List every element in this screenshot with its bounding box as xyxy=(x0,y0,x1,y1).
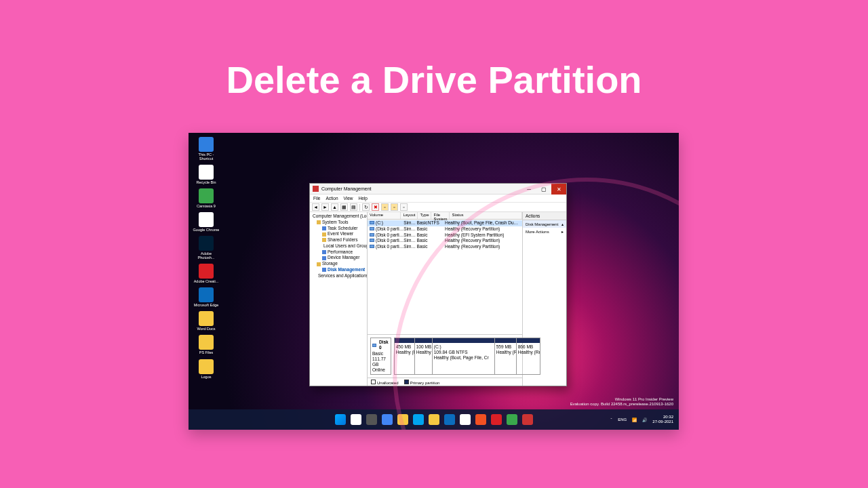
column-header[interactable]: Type xyxy=(418,212,431,219)
menubar: File Action View Help xyxy=(310,195,566,203)
disk-type: Basic xyxy=(372,351,389,357)
partition[interactable]: (C:)109.84 GB NTFSHealthy (Boot, Page Fi… xyxy=(433,338,495,374)
menu-action[interactable]: Action xyxy=(326,196,338,201)
tree-item[interactable]: Event Viewer xyxy=(311,231,366,237)
tree-item[interactable]: System Tools xyxy=(311,220,366,226)
desktop-icon[interactable]: Camtasia 9 xyxy=(193,188,220,208)
volume-row[interactable]: (C:)SimpleBasicNTFSHealthy (Boot, Page F… xyxy=(368,220,522,226)
task-view-icon[interactable] xyxy=(366,414,377,425)
disk-size: 111.77 GB xyxy=(372,357,389,367)
column-header[interactable]: Layout xyxy=(401,212,418,219)
tree-item[interactable]: Disk Management xyxy=(311,267,366,273)
computer-management-icon[interactable] xyxy=(522,414,533,425)
up-button[interactable]: ▲ xyxy=(331,203,338,211)
column-header[interactable]: Volume xyxy=(368,212,401,219)
properties-button[interactable]: ▤ xyxy=(350,203,357,211)
disk-status: Online xyxy=(372,367,389,373)
partition[interactable]: 450 MBHealthy (Rec xyxy=(395,338,415,374)
refresh-button[interactable]: ↻ xyxy=(362,203,370,211)
desktop-icon[interactable]: Adobe Creati... xyxy=(193,264,220,283)
volume-row[interactable]: (Disk 0 partition 2)SimpleBasicHealthy (… xyxy=(368,232,522,239)
legend-primary: Primary partition xyxy=(410,381,440,385)
actions-header: Actions xyxy=(523,212,566,220)
nav-tree: Computer Management (LocalSystem ToolsTa… xyxy=(310,212,368,386)
tool-button3[interactable]: ▫ xyxy=(400,203,408,211)
computer-management-window: Computer Management ─ ▢ ✕ File Action Vi… xyxy=(309,183,567,386)
desktop-icons: This PC - ShortcutRecycle BinCamtasia 9G… xyxy=(193,137,220,379)
tree-item[interactable]: Local Users and Groups xyxy=(311,243,366,249)
desktop-screenshot: This PC - ShortcutRecycle BinCamtasia 9G… xyxy=(189,133,679,430)
clock[interactable]: 20:32 27-09-2021 xyxy=(652,415,673,424)
start-button[interactable] xyxy=(335,414,346,425)
actions-pane: Actions Disk Management▴ More Actions▸ xyxy=(523,212,566,386)
wifi-icon[interactable]: 📶 xyxy=(632,418,637,422)
camtasia-icon[interactable] xyxy=(507,414,517,425)
tool-button[interactable]: ▫ xyxy=(381,203,389,211)
desktop-icon[interactable]: Logos xyxy=(193,359,220,379)
forward-button[interactable]: ► xyxy=(321,203,329,211)
partition[interactable]: 100 MBHealthy ( xyxy=(415,338,433,374)
views-button[interactable]: ▦ xyxy=(340,203,348,211)
legend-unallocated: Unallocated xyxy=(377,381,399,385)
legend-unallocated-swatch xyxy=(371,380,376,384)
volume-row[interactable]: (Disk 0 partition 1)SimpleBasicHealthy (… xyxy=(368,226,522,232)
tree-item[interactable]: Computer Management (Local xyxy=(311,214,366,220)
tool-button2[interactable]: ▫ xyxy=(391,203,398,211)
tree-item[interactable]: Task Scheduler xyxy=(311,226,366,232)
tree-item[interactable]: Services and Applications xyxy=(311,273,366,279)
edge-icon[interactable] xyxy=(444,414,455,425)
desktop-icon[interactable]: Word Docs xyxy=(193,311,220,331)
maximize-button[interactable]: ▢ xyxy=(536,184,551,195)
partition[interactable]: 866 MBHealthy (Reco xyxy=(517,338,540,374)
desktop-icon[interactable]: This PC - Shortcut xyxy=(193,137,220,161)
chevron-up-icon[interactable]: ˄ xyxy=(610,418,612,422)
taskbar: ˄ ENG 📶 🔊 20:32 27-09-2021 xyxy=(189,409,679,430)
watermark: Windows 11 Pro Insider Preview Evaluatio… xyxy=(570,397,673,407)
back-button[interactable]: ◄ xyxy=(312,203,319,211)
page-title: Delete a Drive Partition xyxy=(0,0,868,102)
disk-info[interactable]: Disk 0 Basic 111.77 GB Online xyxy=(370,338,391,375)
chrome-taskbar-icon[interactable] xyxy=(460,414,471,425)
volume-icon[interactable]: 🔊 xyxy=(642,418,647,422)
delete-button[interactable]: ✖ xyxy=(372,203,379,211)
partition[interactable]: 559 MBHealthy (Reco xyxy=(495,338,517,374)
desktop-icon[interactable]: Recycle Bin xyxy=(193,165,220,184)
column-header[interactable]: File System xyxy=(431,212,450,219)
desktop-icon[interactable]: PS Files xyxy=(193,335,220,354)
minimize-button[interactable]: ─ xyxy=(521,184,536,195)
widgets-icon[interactable] xyxy=(382,414,393,425)
disk-graph: Disk 0 Basic 111.77 GB Online 450 MBHeal… xyxy=(368,334,522,378)
toolbar: ◄ ► ▲ ▦ ▤ ↻ ✖ ▫ ▫ ▫ xyxy=(310,203,566,212)
menu-help[interactable]: Help xyxy=(359,196,368,201)
app-icon-1[interactable] xyxy=(475,414,486,425)
volume-row[interactable]: (Disk 0 partition 6)SimpleBasicHealthy (… xyxy=(368,244,522,250)
desktop-icon[interactable]: Adobe Photosh... xyxy=(193,236,220,260)
tree-item[interactable]: Device Manager xyxy=(311,255,366,261)
search-icon[interactable] xyxy=(351,414,361,425)
main-pane: VolumeLayoutTypeFile SystemStatus (C:)Si… xyxy=(368,212,523,386)
desktop-icon[interactable]: Google Chrome xyxy=(193,212,220,232)
file-explorer-icon[interactable] xyxy=(397,414,408,425)
app-icon xyxy=(313,186,319,192)
titlebar[interactable]: Computer Management ─ ▢ ✕ xyxy=(310,184,566,195)
tree-item[interactable]: Shared Folders xyxy=(311,237,366,243)
menu-file[interactable]: File xyxy=(313,196,320,201)
volume-row[interactable]: (Disk 0 partition 5)SimpleBasicHealthy (… xyxy=(368,238,522,244)
language-indicator[interactable]: ENG xyxy=(618,418,627,422)
desktop-icon[interactable]: Microsoft Edge xyxy=(193,287,220,307)
tree-item[interactable]: Storage xyxy=(311,261,366,267)
close-button[interactable]: ✕ xyxy=(551,184,566,195)
legend: Unallocated Primary partition xyxy=(368,378,522,386)
menu-view[interactable]: View xyxy=(344,196,353,201)
chevron-right-icon: ▸ xyxy=(561,229,564,234)
taskbar-tray[interactable]: ˄ ENG 📶 🔊 20:32 27-09-2021 xyxy=(610,415,673,424)
actions-disk-management[interactable]: Disk Management▴ xyxy=(523,220,566,228)
actions-more[interactable]: More Actions▸ xyxy=(523,228,566,235)
app-icon-2[interactable] xyxy=(491,414,502,425)
volume-header: VolumeLayoutTypeFile SystemStatus xyxy=(368,212,522,220)
folder-icon[interactable] xyxy=(429,414,439,425)
tree-item[interactable]: Performance xyxy=(311,249,366,256)
column-header[interactable]: Status xyxy=(450,212,522,219)
partitions: 450 MBHealthy (Rec100 MBHealthy ((C:)109… xyxy=(394,338,540,375)
store-icon[interactable] xyxy=(413,414,424,425)
